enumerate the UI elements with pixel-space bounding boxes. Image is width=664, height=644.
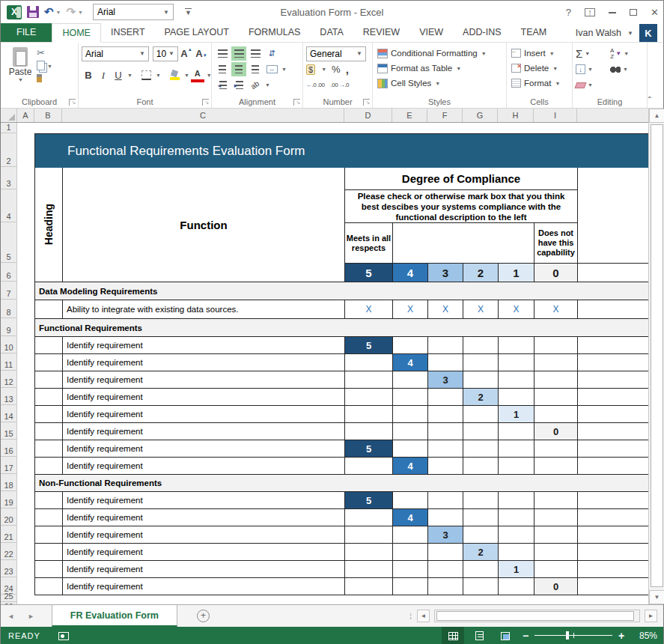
scale-cell-4[interactable]: 4	[393, 264, 428, 282]
function-text-cell[interactable]: Ability to integrate with existing data …	[63, 300, 345, 318]
score-cell-3[interactable]	[428, 423, 463, 440]
avatar[interactable]: K	[639, 24, 657, 42]
copy-icon[interactable]	[37, 61, 45, 70]
qat-font-combo[interactable]: Arial▼	[93, 4, 174, 20]
section-label[interactable]: Data Modeling Requirements	[35, 282, 648, 300]
score-cell-0[interactable]: X	[534, 300, 578, 318]
score-cell-5[interactable]	[345, 406, 393, 422]
scale-cell-1[interactable]: 1	[499, 264, 534, 282]
function-text-cell[interactable]: Identify requirement	[63, 423, 345, 440]
function-text-cell[interactable]: Identify requirement	[63, 509, 345, 526]
trailing-cell[interactable]	[578, 371, 648, 388]
meets-all-respects-cell[interactable]: Meets in all respects	[345, 223, 393, 264]
grow-font-button[interactable]: A	[180, 46, 193, 61]
score-cell-1[interactable]	[499, 578, 534, 595]
align-right-button[interactable]	[248, 62, 263, 76]
vertical-scroll-thumb[interactable]	[651, 124, 663, 587]
select-all-corner[interactable]	[1, 109, 17, 122]
row-heading-cell[interactable]	[35, 509, 63, 526]
trailing-empty-cell[interactable]	[578, 168, 648, 264]
help-icon[interactable]: ?	[566, 7, 571, 18]
score-cell-5[interactable]	[345, 578, 393, 595]
score-cell-5[interactable]	[345, 544, 393, 560]
format-cells-button[interactable]: Format ▼	[510, 76, 569, 91]
fill-color-button[interactable]	[168, 68, 182, 82]
function-text-cell[interactable]: Identify requirement	[63, 578, 345, 595]
score-cell-1[interactable]	[499, 371, 534, 388]
shrink-font-button[interactable]: A	[195, 46, 208, 61]
score-cell-5[interactable]: X	[345, 300, 393, 318]
score-cell-2[interactable]	[463, 406, 499, 422]
row-header-15[interactable]: 15	[1, 422, 16, 440]
borders-button[interactable]	[140, 68, 153, 82]
column-header-b[interactable]: B	[34, 109, 62, 122]
column-header-f[interactable]: F	[427, 109, 463, 122]
heading-cell[interactable]: Heading	[35, 168, 63, 282]
function-text-cell[interactable]: Identify requirement	[63, 544, 345, 560]
undo-icon[interactable]: ↶	[44, 7, 54, 17]
page-break-view-button[interactable]	[494, 627, 517, 644]
trailing-cell[interactable]	[578, 300, 648, 318]
wrap-text-button[interactable]: ⇵	[264, 46, 279, 61]
score-cell-2[interactable]	[463, 371, 499, 388]
score-cell-5[interactable]: 5	[345, 492, 393, 508]
score-cell-5[interactable]	[345, 526, 393, 543]
horizontal-scrollbar[interactable]: ⁞ ◄ ►	[409, 608, 657, 624]
does-not-have-capability-cell[interactable]: Does not have this capability	[534, 223, 578, 264]
section-label[interactable]: Functional Requirements	[35, 319, 648, 336]
score-cell-0[interactable]	[534, 406, 578, 422]
column-header-c[interactable]: C	[62, 109, 344, 122]
ribbon-tab-view[interactable]: VIEW	[409, 23, 453, 42]
close-icon[interactable]: ✕	[651, 7, 659, 18]
compliance-note-cell[interactable]: Please check or otherwise mark box that …	[345, 190, 578, 223]
score-cell-5[interactable]	[345, 371, 393, 388]
trailing-cell[interactable]	[578, 492, 648, 508]
score-cell-2[interactable]	[463, 337, 499, 353]
empty-header-cell[interactable]	[393, 223, 534, 264]
score-cell-3[interactable]	[428, 354, 463, 371]
row-header-10[interactable]: 10	[1, 336, 16, 353]
accounting-format-button[interactable]: $	[306, 64, 315, 75]
row-header-17[interactable]: 17	[1, 457, 16, 474]
score-cell-5[interactable]	[345, 389, 393, 405]
trailing-cell[interactable]	[578, 423, 648, 440]
score-cell-0[interactable]	[534, 337, 578, 353]
score-cell-1[interactable]	[499, 440, 534, 457]
column-header-a[interactable]: A	[17, 109, 34, 122]
zoom-slider[interactable]	[534, 627, 612, 644]
save-icon[interactable]	[27, 6, 39, 18]
row-header-19[interactable]: 19	[1, 491, 16, 508]
score-cell-3[interactable]	[428, 578, 463, 595]
chevron-down-icon[interactable]: ▼	[156, 73, 161, 78]
normal-view-button[interactable]	[442, 627, 464, 644]
score-cell-4[interactable]	[393, 423, 428, 440]
trailing-cell[interactable]	[578, 458, 648, 474]
row-header-4[interactable]: 4	[1, 189, 16, 222]
score-cell-4[interactable]	[393, 526, 428, 543]
row-heading-cell[interactable]	[35, 300, 63, 318]
row-heading-cell[interactable]	[35, 458, 63, 474]
trailing-cell[interactable]	[578, 389, 648, 405]
score-cell-1[interactable]	[499, 492, 534, 508]
account-area[interactable]: Ivan Walsh ▼ K	[576, 23, 657, 43]
comma-style-button[interactable]: ,	[346, 63, 349, 76]
score-cell-0[interactable]	[534, 440, 578, 457]
section-label[interactable]: Non-Functional Requirements	[35, 475, 648, 491]
autosum-button[interactable]: Σ▼	[576, 47, 610, 60]
scroll-left-icon[interactable]: ◄	[417, 610, 430, 622]
chevron-down-icon[interactable]: ▼	[627, 30, 633, 37]
ribbon-tab-page-layout[interactable]: PAGE LAYOUT	[155, 23, 239, 42]
trailing-cell[interactable]	[578, 406, 648, 422]
ribbon-tab-formulas[interactable]: FORMULAS	[239, 23, 310, 42]
row-heading-cell[interactable]	[35, 371, 63, 388]
increase-decimal-button[interactable]: ←←.0.0 .00	[306, 82, 325, 88]
delete-cells-button[interactable]: Delete ▼	[510, 61, 569, 76]
row-heading-cell[interactable]	[35, 578, 63, 595]
score-cell-4[interactable]	[393, 578, 428, 595]
redo-icon[interactable]: ↷	[67, 7, 76, 17]
maximize-icon[interactable]	[630, 9, 637, 16]
column-header-g[interactable]: G	[463, 109, 498, 122]
row-header-5[interactable]: 5	[1, 222, 16, 263]
row-heading-cell[interactable]	[35, 406, 63, 422]
row-header-21[interactable]: 21	[1, 526, 16, 543]
